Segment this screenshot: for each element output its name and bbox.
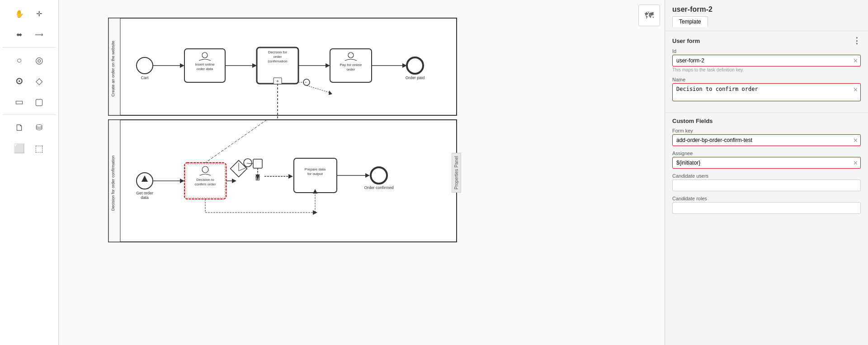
candidate-roles-input[interactable] xyxy=(672,202,861,214)
hand-tool[interactable]: ✋ xyxy=(11,5,28,22)
custom-fields-header: Custom Fields xyxy=(672,118,861,124)
diamond-tool[interactable]: ◇ xyxy=(31,73,47,89)
divider-1 xyxy=(3,47,55,47)
canvas-area: 🗺 Create an order on the website Decisio… xyxy=(59,0,665,345)
svg-text:confirmation: confirmation xyxy=(268,59,288,63)
id-label: Id xyxy=(672,48,861,54)
candidate-users-field-group: Candidate users xyxy=(672,173,861,191)
candidate-users-label: Candidate users xyxy=(672,173,861,179)
db-tool[interactable]: ⛁ xyxy=(31,119,47,136)
section-header: User form ⋮ xyxy=(672,37,861,45)
svg-text:+: + xyxy=(276,78,279,84)
name-clear-button[interactable]: ✕ xyxy=(853,87,858,93)
svg-text:Order paid: Order paid xyxy=(406,76,425,80)
assignee-field-group: Assignee ✕ xyxy=(672,151,861,169)
svg-rect-50 xyxy=(253,159,262,168)
panel-header: user-form-2 Template xyxy=(665,0,868,31)
form-key-label: Form key xyxy=(672,128,861,133)
svg-point-49 xyxy=(244,159,252,167)
minimap-button[interactable]: 🗺 xyxy=(638,5,660,26)
circle-tool[interactable]: ○ xyxy=(11,52,28,68)
user-form-section: User form ⋮ Id ✕ This maps to the task d… xyxy=(665,31,868,113)
svg-text:Create an order on the website: Create an order on the website xyxy=(111,41,115,97)
svg-text:Decision to: Decision to xyxy=(196,178,214,182)
svg-text:Get order: Get order xyxy=(136,191,153,195)
doc-tool[interactable]: 🗋 xyxy=(11,119,28,136)
svg-text:order data: order data xyxy=(197,67,213,71)
properties-panel-side: Properties Panel xyxy=(452,153,461,193)
panel-title: user-form-2 xyxy=(672,5,861,14)
thick-circle-tool[interactable]: ⊙ xyxy=(11,73,28,89)
form-key-clear-button[interactable]: ✕ xyxy=(853,137,858,143)
connect-tool[interactable]: ⟿ xyxy=(31,26,47,43)
properties-panel: user-form-2 Template User form ⋮ Id ✕ Th… xyxy=(665,0,868,345)
id-input-wrap: ✕ xyxy=(672,55,861,66)
svg-text:Cart: Cart xyxy=(141,76,149,80)
svg-point-35 xyxy=(407,57,423,74)
svg-text:data: data xyxy=(141,195,149,200)
svg-text:for output: for output xyxy=(307,172,323,176)
form-key-field-group: Form key ✕ xyxy=(672,128,861,146)
dashed-tool[interactable]: ⬚ xyxy=(31,140,47,156)
assignee-clear-button[interactable]: ✕ xyxy=(853,160,858,166)
svg-text:Prepare data: Prepare data xyxy=(305,167,326,171)
custom-fields-title: Custom Fields xyxy=(672,118,713,124)
tab-template[interactable]: Template xyxy=(672,16,708,27)
shadow-circle-tool[interactable]: ◎ xyxy=(31,52,47,68)
candidate-users-input-wrap xyxy=(672,180,861,191)
name-label: Name xyxy=(672,77,861,82)
svg-point-59 xyxy=(371,167,387,184)
svg-text:order: order xyxy=(347,67,355,71)
svg-text:Decision for order confirmatio: Decision for order confirmation xyxy=(111,156,115,211)
custom-fields-section: Custom Fields Form key ✕ Assignee ✕ Cand… xyxy=(665,113,868,224)
svg-text:Insert online: Insert online xyxy=(195,62,215,66)
section-title-text: User form xyxy=(672,38,700,44)
id-clear-button[interactable]: ✕ xyxy=(853,58,858,64)
frame-tool[interactable]: ⬜ xyxy=(11,140,28,156)
rounded-rect-tool[interactable]: ▢ xyxy=(31,94,47,110)
svg-text:Pay for online: Pay for online xyxy=(340,63,362,67)
form-key-input[interactable] xyxy=(672,134,861,146)
candidate-roles-label: Candidate roles xyxy=(672,196,861,201)
divider-2 xyxy=(3,114,55,115)
toolbar: ✋ ✛ ⬌ ⟿ ○ ◎ ⊙ ◇ ▭ ▢ 🗋 ⛁ ⬜ ⬚ xyxy=(0,0,59,345)
three-dots-menu[interactable]: ⋮ xyxy=(853,37,861,45)
bpmn-diagram: Create an order on the website Decision … xyxy=(104,14,497,307)
svg-text:confirm order: confirm order xyxy=(194,182,216,186)
panel-tabs: Template xyxy=(672,16,861,27)
id-field-group: Id ✕ This maps to the task definition ke… xyxy=(672,48,861,72)
id-hint: This maps to the task definition key. xyxy=(672,67,861,72)
form-key-input-wrap: ✕ xyxy=(672,134,861,146)
candidate-roles-field-group: Candidate roles xyxy=(672,196,861,214)
name-field-group: Name Decision to confirm order ✕ xyxy=(672,77,861,103)
assignee-input-wrap: ✕ xyxy=(672,157,861,169)
svg-text:Order confirmed: Order confirmed xyxy=(364,185,393,190)
candidate-roles-input-wrap xyxy=(672,202,861,214)
pointer-tool[interactable]: ✛ xyxy=(31,5,47,22)
move-tool[interactable]: ⬌ xyxy=(11,26,28,43)
candidate-users-input[interactable] xyxy=(672,180,861,191)
name-input[interactable]: Decision to confirm order xyxy=(672,83,861,101)
name-input-wrap: Decision to confirm order ✕ xyxy=(672,83,861,103)
assignee-label: Assignee xyxy=(672,151,861,156)
svg-text:Decision for: Decision for xyxy=(268,50,288,54)
rect-tool[interactable]: ▭ xyxy=(11,94,28,110)
assignee-input[interactable] xyxy=(672,157,861,169)
id-input[interactable] xyxy=(672,55,861,66)
svg-text:order: order xyxy=(274,55,282,59)
properties-panel-label[interactable]: Properties Panel xyxy=(452,153,461,193)
svg-point-6 xyxy=(137,57,153,74)
